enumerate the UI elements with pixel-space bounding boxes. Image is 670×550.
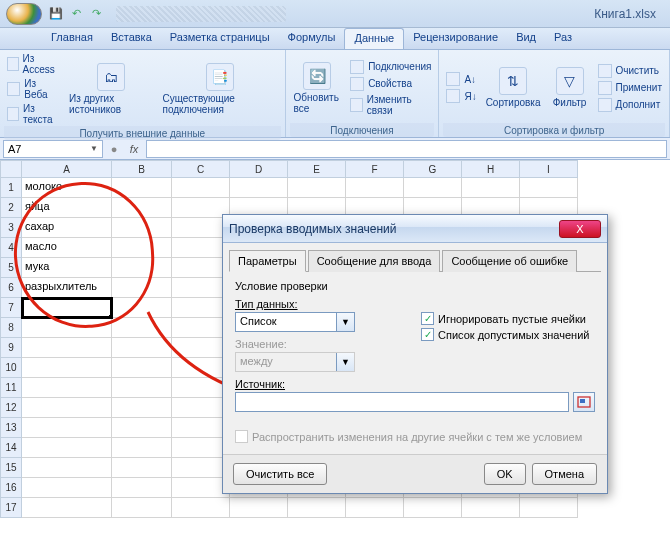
- row-header[interactable]: 4: [0, 238, 22, 258]
- cell[interactable]: [112, 318, 172, 338]
- col-header-h[interactable]: H: [462, 160, 520, 178]
- formula-input[interactable]: [146, 140, 667, 158]
- cell[interactable]: [112, 418, 172, 438]
- dialog-tab-error-msg[interactable]: Сообщение об ошибке: [442, 250, 577, 272]
- cell[interactable]: [404, 178, 462, 198]
- cell[interactable]: [172, 178, 230, 198]
- refresh-all-button[interactable]: 🔄Обновить все: [290, 52, 346, 123]
- ok-button[interactable]: OK: [484, 463, 526, 485]
- tab-view[interactable]: Вид: [507, 28, 545, 49]
- cell[interactable]: [346, 498, 404, 518]
- cell[interactable]: [112, 458, 172, 478]
- undo-icon[interactable]: ↶: [68, 6, 84, 22]
- row-header[interactable]: 9: [0, 338, 22, 358]
- row-header[interactable]: 17: [0, 498, 22, 518]
- cell[interactable]: [22, 478, 112, 498]
- cell[interactable]: [520, 498, 578, 518]
- cell[interactable]: масло: [22, 238, 112, 258]
- cell[interactable]: [520, 178, 578, 198]
- cell[interactable]: [112, 298, 172, 318]
- cell[interactable]: [112, 218, 172, 238]
- cell[interactable]: [22, 318, 112, 338]
- cell[interactable]: [22, 338, 112, 358]
- cell[interactable]: [112, 178, 172, 198]
- row-header[interactable]: 11: [0, 378, 22, 398]
- reapply-button[interactable]: Применит: [595, 80, 665, 96]
- cell[interactable]: [112, 198, 172, 218]
- cell[interactable]: [22, 398, 112, 418]
- other-sources-button[interactable]: 🗂Из других источников: [65, 52, 156, 126]
- row-header[interactable]: 10: [0, 358, 22, 378]
- col-header-c[interactable]: C: [172, 160, 230, 178]
- cell[interactable]: [462, 498, 520, 518]
- edit-links-button[interactable]: Изменить связи: [347, 93, 434, 117]
- row-header[interactable]: 2: [0, 198, 22, 218]
- row-header[interactable]: 14: [0, 438, 22, 458]
- cell[interactable]: сахар: [22, 218, 112, 238]
- cell[interactable]: [22, 378, 112, 398]
- cell[interactable]: [112, 438, 172, 458]
- save-icon[interactable]: 💾: [48, 6, 64, 22]
- tab-insert[interactable]: Вставка: [102, 28, 161, 49]
- in-cell-dropdown-checkbox[interactable]: ✓ Список допустимых значений: [421, 328, 595, 341]
- cell[interactable]: [112, 278, 172, 298]
- select-all-corner[interactable]: [0, 160, 22, 178]
- allow-type-select[interactable]: Список ▼: [235, 312, 355, 332]
- tab-formulas[interactable]: Формулы: [279, 28, 345, 49]
- cell[interactable]: мука: [22, 258, 112, 278]
- row-header[interactable]: 5: [0, 258, 22, 278]
- from-text-button[interactable]: Из текста: [4, 102, 63, 126]
- row-header[interactable]: 16: [0, 478, 22, 498]
- cell[interactable]: [112, 238, 172, 258]
- col-header-b[interactable]: B: [112, 160, 172, 178]
- dialog-titlebar[interactable]: Проверка вводимых значений X: [223, 215, 607, 243]
- cell[interactable]: [112, 398, 172, 418]
- clear-filter-button[interactable]: Очистить: [595, 63, 665, 79]
- cell[interactable]: [288, 498, 346, 518]
- cell[interactable]: [22, 358, 112, 378]
- sort-button[interactable]: ⇅Сортировка: [482, 52, 545, 123]
- row-header[interactable]: 12: [0, 398, 22, 418]
- tab-data[interactable]: Данные: [344, 28, 404, 49]
- cell[interactable]: [112, 358, 172, 378]
- row-header[interactable]: 13: [0, 418, 22, 438]
- col-header-a[interactable]: A: [22, 160, 112, 178]
- filter-button[interactable]: ▽Фильтр: [547, 52, 593, 123]
- cell[interactable]: [112, 478, 172, 498]
- col-header-g[interactable]: G: [404, 160, 462, 178]
- redo-icon[interactable]: ↷: [88, 6, 104, 22]
- chevron-down-icon[interactable]: ▼: [336, 313, 354, 331]
- sort-desc-button[interactable]: Я↓: [443, 88, 479, 104]
- cell[interactable]: [22, 498, 112, 518]
- sort-asc-button[interactable]: А↓: [443, 71, 479, 87]
- tab-review[interactable]: Рецензирование: [404, 28, 507, 49]
- tab-home[interactable]: Главная: [42, 28, 102, 49]
- cell[interactable]: [172, 498, 230, 518]
- row-header[interactable]: 7: [0, 298, 22, 318]
- tab-layout[interactable]: Разметка страницы: [161, 28, 279, 49]
- ignore-blank-checkbox[interactable]: ✓ Игнорировать пустые ячейки: [421, 312, 595, 325]
- cell[interactable]: молоко: [22, 178, 112, 198]
- cell[interactable]: [22, 418, 112, 438]
- cell[interactable]: [112, 498, 172, 518]
- existing-connections-button[interactable]: 📑Существующие подключения: [158, 52, 280, 126]
- tab-dev[interactable]: Раз: [545, 28, 581, 49]
- cell[interactable]: яйца: [22, 198, 112, 218]
- cell[interactable]: [288, 178, 346, 198]
- advanced-filter-button[interactable]: Дополнит: [595, 97, 665, 113]
- cell[interactable]: [112, 378, 172, 398]
- cell[interactable]: [404, 498, 462, 518]
- col-header-f[interactable]: F: [346, 160, 404, 178]
- cell[interactable]: [22, 458, 112, 478]
- dialog-tab-input-msg[interactable]: Сообщение для ввода: [308, 250, 441, 272]
- row-header[interactable]: 6: [0, 278, 22, 298]
- col-header-d[interactable]: D: [230, 160, 288, 178]
- connections-button[interactable]: Подключения: [347, 59, 434, 75]
- cell[interactable]: [230, 178, 288, 198]
- cell[interactable]: разрыхлитель: [22, 278, 112, 298]
- cell[interactable]: [462, 178, 520, 198]
- office-button[interactable]: [6, 3, 42, 25]
- cell[interactable]: [112, 338, 172, 358]
- fx-label[interactable]: fx: [122, 143, 146, 155]
- dialog-tab-params[interactable]: Параметры: [229, 250, 306, 272]
